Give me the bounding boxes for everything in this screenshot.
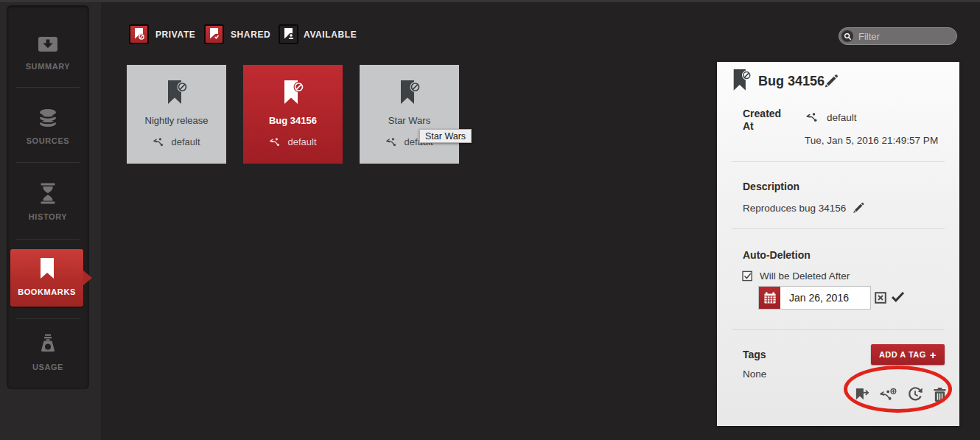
filter-box xyxy=(839,27,957,45)
active-item-pointer xyxy=(83,270,92,285)
deletion-date-widget xyxy=(758,286,871,310)
created-timestamp: Tue, Jan 5, 2016 21:49:57 PM xyxy=(805,135,938,146)
tab-private-label[interactable]: PRIVATE xyxy=(155,29,195,40)
branch-icon xyxy=(805,112,821,123)
calendar-icon[interactable] xyxy=(759,287,780,309)
clear-date-icon[interactable] xyxy=(875,292,886,304)
sidebar-item-label: USAGE xyxy=(7,363,88,371)
create-branch-icon[interactable] xyxy=(879,388,897,402)
description-row: Reproduces bug 34156 xyxy=(743,201,865,214)
sidebar-item-label: SOURCES xyxy=(7,136,88,145)
branch-icon xyxy=(269,137,283,147)
tags-value: None xyxy=(743,369,766,380)
bookmark-private-icon xyxy=(132,27,146,42)
plus-icon: + xyxy=(930,349,937,360)
sidebar-item-label: SUMMARY xyxy=(7,62,88,71)
bookmark-shared-icon xyxy=(207,27,221,42)
edit-description-icon[interactable] xyxy=(852,201,865,214)
add-tag-button[interactable]: ADD A TAG + xyxy=(871,344,945,365)
sources-icon xyxy=(38,108,58,128)
history-icon xyxy=(39,183,57,204)
branch-icon xyxy=(153,137,167,147)
bookmark-card-title: Nightly release xyxy=(127,115,226,126)
search-icon xyxy=(841,30,853,42)
tab-available[interactable] xyxy=(279,24,298,44)
panel-divider xyxy=(732,329,945,330)
filter-input[interactable] xyxy=(858,29,953,43)
tab-shared[interactable] xyxy=(204,24,224,44)
bookmark-noentry-icon xyxy=(282,80,304,111)
sidebar-item-label: HISTORY xyxy=(7,212,88,221)
branch-icon xyxy=(385,137,399,147)
will-be-deleted-row: Will be Deleted After xyxy=(742,270,850,282)
tab-private[interactable] xyxy=(129,24,149,44)
bookmark-actions-row xyxy=(854,386,947,402)
sidebar-divider xyxy=(16,318,80,319)
window-top-edge xyxy=(0,0,980,2)
bookmark-icon xyxy=(39,258,55,280)
sidebar-divider xyxy=(16,239,80,240)
sidebar-divider xyxy=(16,87,80,88)
deletion-date-input[interactable] xyxy=(780,287,870,309)
panel-divider xyxy=(732,228,945,229)
bookmark-card-title: Star Wars xyxy=(360,115,459,126)
share-bookmark-icon[interactable] xyxy=(854,387,869,402)
summary-icon xyxy=(37,35,59,54)
sidebar-divider xyxy=(16,162,80,163)
branch-row: default xyxy=(243,136,343,147)
sidebar-item-bookmarks[interactable]: BOOKMARKS xyxy=(10,249,83,307)
created-branch-row: default xyxy=(805,112,857,123)
auto-deletion-label: Auto-Deletion xyxy=(743,249,811,261)
description-value: Reproduces bug 34156 xyxy=(743,203,846,214)
tab-shared-label[interactable]: SHARED xyxy=(231,29,270,40)
description-label: Description xyxy=(743,181,799,192)
usage-icon xyxy=(38,334,57,353)
bookmark-noentry-icon xyxy=(732,69,752,97)
will-be-deleted-checkbox[interactable] xyxy=(742,270,753,282)
panel-title: Bug 34156 xyxy=(758,74,825,89)
panel-divider xyxy=(732,161,945,162)
app-window: SUMMARY SOURCES xyxy=(0,0,980,440)
tab-available-label[interactable]: AVAILABLE xyxy=(304,29,357,40)
bookmark-card-title: Bug 34156 xyxy=(243,115,343,126)
branch-name: default xyxy=(287,136,316,147)
add-tag-label: ADD A TAG xyxy=(879,350,926,359)
restore-icon[interactable] xyxy=(907,386,923,402)
branch-row: default xyxy=(127,136,226,147)
bookmark-noentry-icon xyxy=(166,80,188,111)
sidebar-item-label: BOOKMARKS xyxy=(10,287,83,296)
bookmark-card-bug-34156[interactable]: Bug 34156 default xyxy=(243,65,343,164)
bookmark-card-nightly-release[interactable]: Nightly release default xyxy=(127,65,226,164)
star-wars-tooltip: Star Wars xyxy=(419,129,472,143)
created-at-label: Created At xyxy=(743,108,788,133)
bookmark-card-star-wars[interactable]: Star Wars default xyxy=(360,65,459,164)
branch-name: default xyxy=(171,136,200,147)
delete-icon[interactable] xyxy=(933,387,947,402)
edit-title-icon[interactable] xyxy=(823,73,839,89)
confirm-date-icon[interactable] xyxy=(891,291,905,302)
tags-label: Tags xyxy=(743,349,766,360)
bookmark-available-icon xyxy=(281,27,295,42)
created-branch-name: default xyxy=(827,112,857,123)
sidebar-nav: SUMMARY SOURCES xyxy=(7,6,88,388)
bookmark-noentry-icon xyxy=(399,80,421,111)
will-be-deleted-label: Will be Deleted After xyxy=(760,270,850,282)
bookmark-detail-panel: Bug 34156 Created At default Tue, Jan 5,… xyxy=(717,62,959,426)
